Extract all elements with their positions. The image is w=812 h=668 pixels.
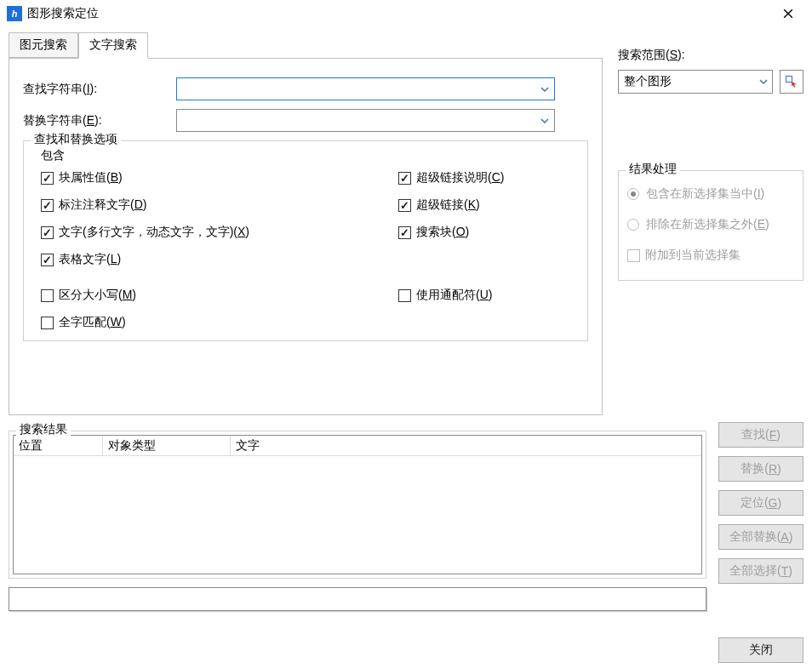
- col-text[interactable]: 文字: [231, 436, 701, 455]
- chk-case-sensitive[interactable]: 区分大小写(M): [41, 288, 398, 303]
- svg-rect-0: [786, 77, 792, 83]
- radio-include-selection: 包含在新选择集当中(I): [627, 186, 794, 202]
- top-row: 图元搜索 文字搜索 查找字符串(I): 替换字符串(E):: [9, 32, 803, 415]
- include-checkboxes: 块属性值(B) 超级链接说明(C) 标注注释文字(D) 超级链接(K) 文字(多…: [41, 170, 577, 267]
- options-legend: 查找和替换选项: [31, 132, 121, 147]
- tab-primitive-search[interactable]: 图元搜索: [9, 32, 78, 58]
- chk-wildcard[interactable]: 使用通配符(U): [398, 288, 577, 303]
- select-objects-icon: [785, 75, 798, 88]
- radio-icon: [627, 188, 639, 200]
- table-header: 位置 对象类型 文字: [14, 436, 701, 456]
- chk-hyperdesc[interactable]: 超级链接说明(C): [398, 170, 577, 186]
- checkbox-icon: [398, 199, 411, 212]
- scope-select[interactable]: 整个图形: [618, 70, 773, 94]
- chk-annotation[interactable]: 标注注释文字(D): [41, 197, 398, 213]
- radio-icon: [627, 219, 639, 231]
- chevron-down-icon: [758, 77, 769, 87]
- checkbox-icon: [41, 289, 54, 302]
- radio-exclude-selection: 排除在新选择集之外(E): [627, 217, 794, 232]
- button-column: 查找(F) 替换(R) 定位(G) 全部替换(A) 全部选择(T): [718, 422, 803, 611]
- bottom-row: 搜索结果 位置 对象类型 文字 查找(F) 替换(R) 定位(G) 全部替换(A…: [9, 422, 803, 611]
- close-button[interactable]: 关闭: [718, 637, 803, 663]
- scope-label: 搜索范围(S):: [618, 48, 803, 63]
- replace-button: 替换(R): [718, 456, 803, 482]
- replace-row: 替换字符串(E):: [23, 109, 588, 132]
- find-button: 查找(F): [718, 422, 803, 448]
- col-position[interactable]: 位置: [14, 436, 103, 455]
- chk-block-attr[interactable]: 块属性值(B): [41, 170, 398, 186]
- checkbox-icon: [398, 172, 411, 185]
- results-table[interactable]: 位置 对象类型 文字: [13, 435, 702, 574]
- chk-whole-word[interactable]: 全字匹配(W): [41, 315, 398, 330]
- chk-append-selection: 附加到当前选择集: [627, 248, 794, 263]
- chk-hyperlink[interactable]: 超级链接(K): [398, 197, 577, 213]
- chk-search-block[interactable]: 搜索块(O): [398, 225, 577, 240]
- replace-all-button: 全部替换(A): [718, 524, 803, 550]
- replace-label: 替换字符串(E):: [23, 113, 176, 128]
- window-title: 图形搜索定位: [27, 6, 771, 21]
- dialog-window: h 图形搜索定位 图元搜索 文字搜索 查找字符串(I):: [0, 0, 812, 668]
- tab-panel-text: 查找字符串(I): 替换字符串(E):: [9, 58, 603, 415]
- status-input[interactable]: [9, 587, 706, 611]
- match-options: 区分大小写(M) 使用通配符(U) 全字匹配(W): [41, 288, 577, 330]
- checkbox-icon: [41, 172, 54, 185]
- checkbox-icon: [398, 289, 411, 302]
- side-column: 搜索范围(S): 整个图形 结果处理: [618, 32, 803, 415]
- replace-input[interactable]: [176, 109, 555, 132]
- content-area: 图元搜索 文字搜索 查找字符串(I): 替换字符串(E):: [0, 27, 812, 632]
- tabs-area: 图元搜索 文字搜索 查找字符串(I): 替换字符串(E):: [9, 32, 603, 415]
- results-column: 搜索结果 位置 对象类型 文字: [9, 422, 706, 611]
- chk-table-text[interactable]: 表格文字(L): [41, 252, 398, 267]
- col-object-type[interactable]: 对象类型: [103, 436, 231, 455]
- result-handling-fieldset: 结果处理 包含在新选择集当中(I) 排除在新选择集之外(E) 附加到当前选择集: [618, 170, 803, 281]
- app-icon: h: [7, 6, 22, 21]
- close-icon[interactable]: [771, 2, 805, 26]
- pick-objects-button[interactable]: [780, 70, 803, 94]
- tab-strip: 图元搜索 文字搜索: [9, 32, 603, 58]
- scope-row: 整个图形: [618, 70, 803, 94]
- footer: 关闭: [0, 632, 812, 668]
- options-fieldset: 查找和替换选项 包含 块属性值(B) 超级链接说明(C) 标注注释文字(D) 超…: [23, 140, 588, 341]
- find-label: 查找字符串(I):: [23, 82, 176, 97]
- chevron-down-icon: [539, 115, 551, 127]
- results-legend: 搜索结果: [16, 422, 71, 437]
- find-row: 查找字符串(I):: [23, 77, 588, 100]
- checkbox-icon: [627, 249, 640, 262]
- find-input[interactable]: [176, 77, 555, 100]
- include-label: 包含: [41, 148, 577, 163]
- results-fieldset: 搜索结果 位置 对象类型 文字: [9, 431, 706, 579]
- titlebar: h 图形搜索定位: [0, 0, 812, 27]
- chevron-down-icon: [539, 83, 551, 95]
- checkbox-icon: [41, 254, 54, 266]
- tab-text-search[interactable]: 文字搜索: [78, 32, 148, 59]
- checkbox-icon: [41, 226, 54, 239]
- select-all-button: 全部选择(T): [718, 558, 803, 584]
- locate-button: 定位(G): [718, 490, 803, 516]
- checkbox-icon: [41, 199, 54, 212]
- checkbox-icon: [398, 226, 411, 239]
- checkbox-icon: [41, 317, 54, 329]
- chk-mtext[interactable]: 文字(多行文字，动态文字，文字)(X): [41, 225, 398, 240]
- result-handling-legend: 结果处理: [626, 162, 680, 177]
